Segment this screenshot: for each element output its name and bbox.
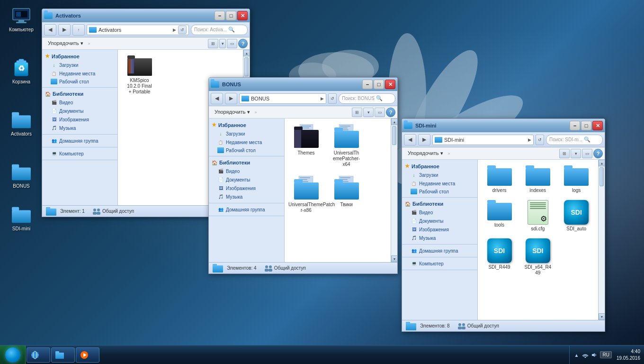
maximize-button-3[interactable]: □ — [581, 121, 591, 130]
sidebar-downloads-2[interactable]: ↓ Загрузки — [209, 129, 284, 138]
refresh-button-3[interactable]: ↺ — [536, 135, 544, 145]
sidebar-video[interactable]: 🎬 Видео — [42, 98, 117, 107]
sidebar-downloads[interactable]: ↓ Загрузки — [42, 61, 117, 69]
sidebar-video-3[interactable]: 🎬 Видео — [402, 208, 477, 217]
scroll-thumb-3[interactable] — [599, 167, 604, 186]
file-logs[interactable]: logs — [559, 164, 594, 195]
sidebar-recent[interactable]: 📋 Недавние места — [42, 69, 117, 78]
sidebar-computer-3[interactable]: 💻 Компьютер — [402, 259, 477, 268]
address-bar[interactable]: Activators ▶ ↺ — [87, 25, 189, 35]
file-tools[interactable]: tools — [482, 198, 517, 234]
maximize-button[interactable]: □ — [226, 11, 236, 20]
sidebar-homegroup-2[interactable]: 👥 Домашняя группа — [209, 205, 284, 214]
organize-menu-2[interactable]: Упорядочить ▾ — [211, 108, 254, 116]
sidebar-downloads-3[interactable]: ↓ Загрузки — [402, 171, 477, 179]
taskbar-folder[interactable] — [51, 347, 75, 363]
help-button-2[interactable]: ? — [386, 108, 395, 117]
desktop-icon-bonus[interactable]: BONUS — [5, 161, 38, 191]
scroll-up-arrow[interactable]: ▲ — [243, 50, 250, 56]
file-universal86[interactable]: UniversalThemePatch r-x86 — [288, 174, 324, 215]
search-bar-3[interactable]: Поиск: SDI-m... 🔍 — [546, 135, 603, 145]
file-sdi-r449[interactable]: SDI SDI_R449 — [482, 237, 517, 278]
minimize-button-3[interactable]: – — [570, 121, 580, 130]
sidebar-docs[interactable]: 📄 Документы — [42, 107, 117, 115]
organize-menu-3[interactable]: Упорядочить ▾ — [404, 149, 447, 157]
sidebar-images[interactable]: 🖼 Изображения — [42, 115, 117, 124]
language-badge[interactable]: RU — [600, 351, 611, 358]
sidebar-docs-3[interactable]: 📄 Документы — [402, 217, 477, 225]
file-sdi-auto[interactable]: SDI SDI_auto — [559, 198, 594, 234]
file-sdi-cfg[interactable]: ⚙ sdi.cfg — [520, 198, 555, 234]
desktop-icon-sdi-mini[interactable]: SDI-mini — [5, 204, 38, 234]
help-button[interactable]: ? — [238, 39, 248, 48]
forward-button-3[interactable]: ▶ — [418, 134, 430, 146]
file-kmspico[interactable]: KMSpico10.2.0 Final+ Portable — [122, 54, 157, 97]
close-button[interactable]: ✕ — [237, 11, 248, 20]
file-indexes[interactable]: indexes — [520, 164, 555, 195]
desktop-icon-recycle[interactable]: ♻ Корзина — [5, 57, 38, 87]
scroll-up-3[interactable]: ▲ — [599, 160, 605, 166]
tray-volume-icon[interactable] — [590, 351, 598, 359]
sidebar-homegroup[interactable]: 👥 Домашняя группа — [42, 136, 117, 145]
view-panel-button-2[interactable]: ▭ — [375, 108, 385, 117]
view-dropdown[interactable]: ▾ — [219, 39, 226, 48]
desktop-icon-computer[interactable]: Компьютер — [5, 5, 38, 35]
view-dropdown-3[interactable]: ▾ — [571, 149, 581, 158]
scroll-thumb-2[interactable] — [392, 126, 396, 145]
start-button[interactable] — [0, 346, 26, 364]
sidebar-docs-2[interactable]: 📄 Документы — [209, 175, 284, 184]
back-button[interactable]: ◀ — [44, 24, 56, 36]
forward-button[interactable]: ▶ — [58, 24, 71, 36]
file-tviki[interactable]: Твики — [329, 174, 364, 215]
back-button-2[interactable]: ◀ — [211, 93, 223, 104]
sidebar-music[interactable]: 🎵 Музыка — [42, 124, 117, 132]
view-panel-button-3[interactable]: ▭ — [582, 149, 592, 158]
sidebar-video-2[interactable]: 🎬 Видео — [209, 167, 284, 175]
sidebar-desktop-2[interactable]: Рабочий стол — [209, 146, 284, 154]
sidebar-recent-2[interactable]: 📋 Недавние места — [209, 138, 284, 146]
maximize-button-2[interactable]: □ — [374, 80, 384, 89]
refresh-button[interactable]: ↺ — [178, 26, 187, 34]
view-panel-button[interactable]: ▭ — [227, 39, 237, 48]
desktop-icon-activators[interactable]: Activators — [5, 109, 38, 139]
scroll-up-2[interactable]: ▲ — [391, 118, 397, 125]
view-dropdown-2[interactable]: ▾ — [363, 108, 374, 117]
scrollbar-v-3[interactable]: ▲ ▼ — [598, 160, 605, 320]
address-bar-2[interactable]: BONUS ▶ — [239, 93, 326, 104]
back-button-3[interactable]: ◀ — [404, 134, 416, 146]
help-button-3[interactable]: ? — [593, 149, 603, 158]
file-themes[interactable]: Themes — [288, 122, 324, 169]
file-universal64[interactable]: UniversalTh emePatcher-x64 — [329, 122, 364, 169]
refresh-button-2[interactable]: ↺ — [328, 93, 337, 104]
close-button-3[interactable]: ✕ — [592, 121, 603, 130]
scroll-down-3[interactable]: ▼ — [599, 313, 605, 320]
view-grid-button-2[interactable]: ⊞ — [352, 108, 362, 117]
view-dropdown-arrow[interactable]: ▾ — [219, 39, 226, 48]
sidebar-recent-3[interactable]: 📋 Недавние места — [402, 179, 477, 188]
organize-menu[interactable]: Упорядочить ▾ — [44, 39, 87, 47]
sidebar-images-2[interactable]: 🖼 Изображения — [209, 184, 284, 192]
sidebar-homegroup-3[interactable]: 👥 Домашняя группа — [402, 246, 477, 255]
sidebar-desktop[interactable]: Рабочий стол — [42, 78, 117, 85]
sidebar-music-2[interactable]: 🎵 Музыка — [209, 192, 284, 201]
tray-network-icon[interactable] — [581, 351, 589, 359]
view-grid-button[interactable]: ⊞ — [208, 39, 218, 48]
sidebar-computer[interactable]: 💻 Компьютер — [42, 149, 117, 158]
file-drivers[interactable]: drivers — [482, 164, 517, 195]
taskbar-media[interactable] — [76, 347, 99, 363]
view-grid-button-3[interactable]: ⊞ — [559, 149, 570, 158]
close-button-2[interactable]: ✕ — [385, 80, 395, 89]
search-bar[interactable]: Поиск: Activa... 🔍 — [191, 25, 248, 35]
show-hidden-tray[interactable]: ▲ — [573, 351, 580, 359]
sidebar-desktop-3[interactable]: Рабочий стол — [402, 188, 477, 195]
minimize-button[interactable]: – — [215, 11, 225, 20]
scroll-thumb[interactable] — [244, 57, 249, 76]
taskbar-ie[interactable] — [27, 347, 50, 363]
sidebar-music-3[interactable]: 🎵 Музыка — [402, 234, 477, 242]
search-bar-2[interactable]: Поиск: BONUS 🔍 — [339, 93, 395, 104]
address-bar-3[interactable]: SDI-mini ▶ — [432, 135, 534, 145]
sidebar-images-3[interactable]: 🖼 Изображения — [402, 225, 477, 234]
forward-button-2[interactable]: ▶ — [225, 93, 237, 104]
file-sdi-x64[interactable]: SDI SDI_x64_R4 49 — [520, 237, 555, 278]
up-button[interactable]: ↑ — [72, 24, 85, 36]
